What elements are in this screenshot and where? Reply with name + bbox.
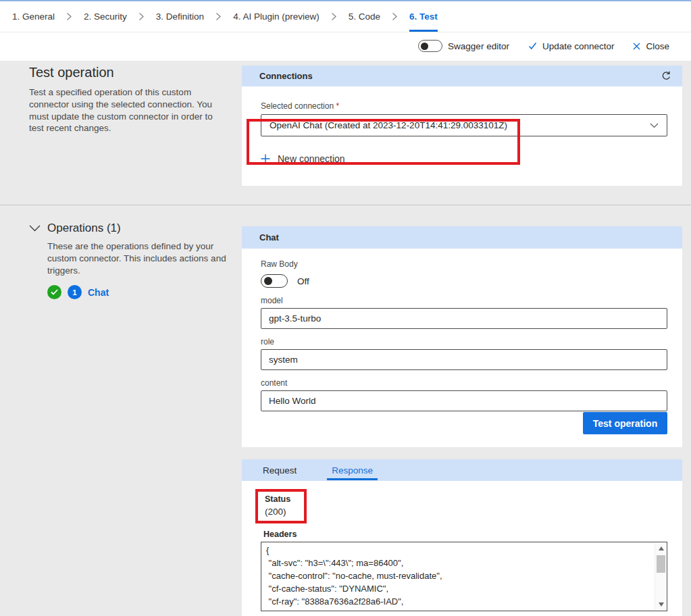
chevron-down-icon <box>650 123 659 128</box>
custom-connector-test-page: 1. General 2. Security 3. Definition 4. … <box>0 0 691 616</box>
headers-text: { "alt-svc": "h3=\":443\"; ma=86400", "c… <box>261 542 667 611</box>
headers-label: Headers <box>263 530 667 539</box>
content-input[interactable] <box>261 390 667 411</box>
new-connection-label: New connection <box>278 153 345 164</box>
close-icon <box>633 43 640 50</box>
swagger-editor-toggle[interactable] <box>418 40 442 52</box>
headers-textarea[interactable]: { "alt-svc": "h3=\":443\"; ma=86400", "c… <box>261 542 667 611</box>
step-definition[interactable]: 3. Definition <box>155 1 205 32</box>
raw-body-toggle-row: Off <box>261 274 667 288</box>
page-description: Test a specified operation of this custo… <box>29 86 229 134</box>
chevron-right-icon <box>392 12 398 21</box>
scroll-down-icon[interactable] <box>655 599 667 610</box>
toggle-knob-icon <box>264 277 272 285</box>
section-divider <box>0 205 691 205</box>
chat-panel-body: Raw Body Off model role content Test ope… <box>242 249 682 447</box>
swagger-editor-label: Swagger editor <box>448 41 509 51</box>
close-button[interactable]: Close <box>633 41 669 51</box>
intro-block: Test operation Test a specified operatio… <box>29 65 229 134</box>
status-value: (200) <box>265 507 290 517</box>
model-input[interactable] <box>261 308 667 329</box>
content-label: content <box>261 378 667 388</box>
model-field-group: model <box>261 296 667 329</box>
chevron-right-icon <box>331 12 337 21</box>
operation-row: 1 Chat <box>47 285 232 299</box>
plus-icon <box>261 154 270 163</box>
operations-collapse-header[interactable]: Operations (1) <box>29 222 232 235</box>
status-label: Status <box>265 494 290 504</box>
selected-connection-label: Selected connection * <box>261 101 667 111</box>
chat-button-row: Test operation <box>261 411 667 434</box>
role-input[interactable] <box>261 349 667 370</box>
operation-count-badge[interactable]: 1 <box>68 285 82 299</box>
checkmark-circle-icon <box>47 285 61 299</box>
operations-block: Operations (1) These are the operations … <box>29 222 232 299</box>
operations-title: Operations (1) <box>47 222 121 235</box>
chat-operation-panel: Chat Raw Body Off model role content Tes… <box>242 226 682 447</box>
content-field-group: content <box>261 378 667 411</box>
update-connector-button[interactable]: Update connector <box>528 41 615 51</box>
step-general[interactable]: 1. General <box>11 1 56 32</box>
step-ai-plugin[interactable]: 4. AI Plugin (preview) <box>232 1 321 32</box>
top-header: 1. General 2. Security 3. Definition 4. … <box>0 0 691 61</box>
chevron-right-icon <box>66 12 72 21</box>
command-bar: Swagger editor Update connector Close <box>0 32 691 59</box>
wizard-steps: 1. General 2. Security 3. Definition 4. … <box>0 1 691 32</box>
chat-panel-title: Chat <box>259 232 279 242</box>
selected-connection-dropdown[interactable]: OpenAI Chat (Created at 2023-12-20T14:41… <box>261 114 667 136</box>
connections-panel: Connections Selected connection * OpenAI… <box>242 66 682 186</box>
role-field-group: role <box>261 337 667 370</box>
operation-chat-link[interactable]: Chat <box>88 287 109 298</box>
required-asterisk: * <box>336 101 339 111</box>
swagger-editor-toggle-group: Swagger editor <box>418 40 509 52</box>
test-operation-button[interactable]: Test operation <box>583 412 667 434</box>
raw-body-label: Raw Body <box>261 259 667 269</box>
chevron-right-icon <box>138 12 145 21</box>
new-connection-button[interactable]: New connection <box>261 153 667 164</box>
operations-description: These are the operations defined by your… <box>47 240 232 276</box>
step-code[interactable]: 5. Code <box>347 1 382 32</box>
selected-connection-label-text: Selected connection <box>261 101 334 111</box>
check-icon <box>528 42 537 50</box>
scrollbar-thumb[interactable] <box>657 555 665 573</box>
page-title: Test operation <box>29 65 229 80</box>
result-tabs: Request Response <box>242 459 682 481</box>
step-test[interactable]: 6. Test <box>408 1 439 32</box>
close-label: Close <box>646 41 669 51</box>
role-label: role <box>261 337 667 346</box>
selected-connection-value: OpenAI Chat (Created at 2023-12-20T14:41… <box>270 120 507 130</box>
chevron-down-icon <box>29 225 41 232</box>
connections-panel-body: Selected connection * OpenAI Chat (Creat… <box>242 86 682 186</box>
tab-request[interactable]: Request <box>261 459 299 481</box>
raw-body-toggle[interactable] <box>261 274 288 288</box>
scroll-up-icon[interactable] <box>655 543 667 554</box>
annotation-box-status: Status (200) <box>255 489 307 523</box>
toggle-knob-icon <box>421 43 428 50</box>
connections-panel-header: Connections <box>242 66 682 86</box>
response-body: Status (200) Headers { "alt-svc": "h3=\"… <box>242 481 682 616</box>
raw-body-state: Off <box>297 276 309 286</box>
chat-panel-header: Chat <box>242 226 682 249</box>
step-security[interactable]: 2. Security <box>82 1 128 32</box>
update-connector-label: Update connector <box>542 41 615 51</box>
result-panel: Request Response Status (200) Headers { … <box>242 459 682 616</box>
model-label: model <box>261 296 667 305</box>
connections-panel-title: Connections <box>259 71 313 81</box>
refresh-icon[interactable] <box>661 71 671 81</box>
scrollbar[interactable] <box>655 543 666 610</box>
chevron-right-icon <box>215 12 222 21</box>
tab-response[interactable]: Response <box>330 459 375 481</box>
